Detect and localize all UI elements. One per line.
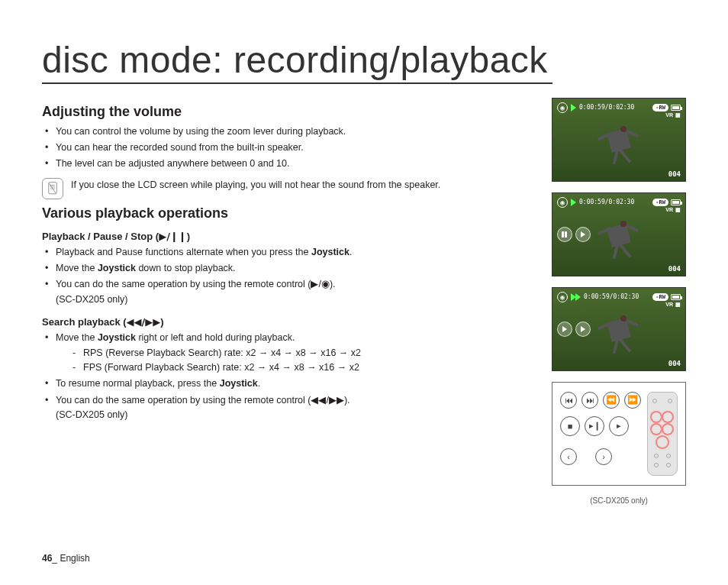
screenshot-pause: ◉ 0:00:59/0:02:30 -RW VR ▦ 004 [552, 192, 686, 276]
remote-device-icon [647, 392, 678, 476]
bullet-item: You can hear the recorded sound from the… [42, 141, 533, 155]
screenshot-search: ◉ 0:00:59/0:02:30 -RW VR ▦ 004 [552, 287, 686, 371]
search-bullets: Move the Joystick right or left and hold… [42, 331, 533, 422]
heading-operations: Various playback operations [42, 205, 533, 221]
bullet-item: To resume normal playback, press the Joy… [42, 377, 533, 391]
main-content: Adjusting the volume You can control the… [42, 98, 533, 505]
note-text: If you close the LCD screen while playin… [71, 178, 440, 192]
remote-rew-icon: ⏮ [560, 392, 577, 409]
remote-fwd-icon: ⏭ [581, 392, 598, 409]
osd-play-icon [557, 322, 572, 337]
remote-left-icon: ‹ [560, 448, 577, 465]
page-footer: 46_ English [42, 553, 90, 564]
bullet-item: You can control the volume by using the … [42, 124, 533, 139]
osd-controls [557, 322, 591, 337]
remote-diagram: ⏮ ⏭ ⏪ ⏩ ■ ▸❙ ▸ ‹ › [552, 382, 686, 486]
osd-pause-icon [557, 227, 572, 242]
osd-controls [557, 227, 591, 242]
remote-stop-icon: ■ [560, 416, 580, 436]
bullet-item: Playback and Pause functions alternate w… [42, 245, 533, 260]
clip-number: 004 [668, 360, 681, 367]
clip-number: 004 [668, 265, 681, 273]
bullet-item: You can do the same operation by using t… [42, 393, 533, 423]
side-illustrations: ◉ 0:00:59/0:02:30 -RW VR ▦ 004 ◉ [552, 98, 686, 505]
grid-icon: ▦ [675, 302, 681, 308]
remote-slow-icon: ▸ [609, 416, 629, 436]
mode-badge: VR [665, 302, 673, 307]
remote-play-icon: ▸❙ [585, 416, 604, 436]
remote-caption: (SC-DX205 only) [552, 496, 686, 505]
grid-icon: ▦ [675, 207, 681, 213]
note-row: If you close the LCD screen while playin… [42, 178, 533, 199]
mode-badge: VR [665, 112, 673, 118]
remote-right-icon: › [595, 448, 612, 465]
remote-rps-icon: ⏪ [603, 392, 620, 409]
bullet-item: The level can be adjusted anywhere betwe… [42, 157, 533, 171]
subheading-search: Search playback (◀◀/▶▶) [42, 316, 533, 328]
screenshot-playback: ◉ 0:00:59/0:02:30 -RW VR ▦ 004 [552, 98, 686, 182]
bullet-item: Move the Joystick right or left and hold… [42, 331, 533, 375]
subheading-playpause: Playback / Pause / Stop (▶/❙❙) [42, 231, 533, 242]
bullet-item: Move the Joystick down to stop playback. [42, 261, 533, 276]
osd-next-icon [575, 227, 591, 242]
bullet-item: You can do the same operation by using t… [42, 277, 533, 307]
mode-badge: VR [665, 207, 673, 212]
volume-bullets: You can control the volume by using the … [42, 124, 533, 172]
dash-item: FPS (Forward Playback Search) rate: x2 →… [72, 360, 533, 375]
playpause-bullets: Playback and Pause functions alternate w… [42, 245, 533, 308]
remote-fps-icon: ⏩ [624, 392, 641, 409]
osd-next-icon [575, 322, 591, 337]
grid-icon: ▦ [675, 112, 681, 118]
clip-number: 004 [668, 170, 681, 178]
note-icon [42, 178, 63, 199]
heading-volume: Adjusting the volume [42, 104, 533, 120]
page-title: disc mode: recording/playback [42, 38, 552, 84]
dash-item: RPS (Reverse Playback Search) rate: x2 →… [72, 346, 533, 360]
